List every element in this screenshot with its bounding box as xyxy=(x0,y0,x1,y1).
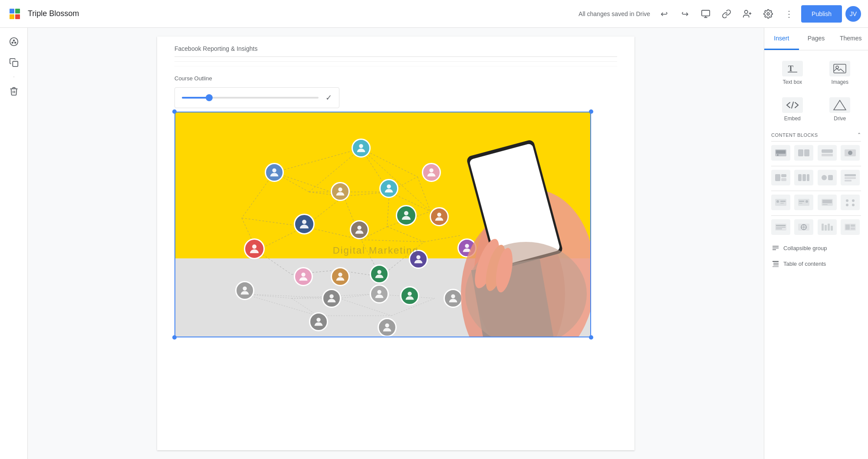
svg-rect-119 xyxy=(799,201,804,202)
slider-fill xyxy=(182,97,209,99)
svg-rect-0 xyxy=(10,9,14,13)
more-options-button[interactable]: ⋮ xyxy=(780,5,798,23)
redo-button[interactable]: ↪ xyxy=(676,5,694,23)
content-block-3-1[interactable] xyxy=(771,195,790,210)
separator-1 xyxy=(771,141,861,142)
sidebar-item-drive[interactable]: Drive xyxy=(819,94,861,125)
svg-rect-1 xyxy=(15,9,20,13)
svg-rect-102 xyxy=(775,174,780,181)
watermark-text: Digital Marketing xyxy=(333,245,419,256)
avatar-node-10 xyxy=(244,238,265,259)
content-block-4-1[interactable] xyxy=(771,219,790,235)
resize-handle-tr[interactable] xyxy=(589,109,593,114)
svg-rect-103 xyxy=(781,174,786,177)
avatar-node-1 xyxy=(352,139,371,158)
avatar-node-16 xyxy=(400,286,419,305)
undo-button[interactable]: ↩ xyxy=(655,5,673,23)
svg-rect-142 xyxy=(851,225,855,227)
svg-rect-106 xyxy=(802,174,806,181)
check-icon: ✓ xyxy=(326,93,332,102)
left-sidebar xyxy=(0,28,28,459)
collapsible-group-item[interactable]: Collapsible group xyxy=(771,240,861,256)
svg-rect-139 xyxy=(831,226,833,231)
sidebar-item-embed[interactable]: Embed xyxy=(771,94,814,125)
content-block-2-2[interactable] xyxy=(794,170,813,185)
content-block-4-2[interactable] xyxy=(794,219,813,235)
avatar-node-3 xyxy=(331,182,350,201)
copy-icon[interactable] xyxy=(5,54,23,71)
right-sidebar: Insert Pages Themes T Text box xyxy=(764,28,868,459)
svg-point-95 xyxy=(777,154,779,156)
content-block-2-3[interactable] xyxy=(818,170,837,185)
tab-insert[interactable]: Insert xyxy=(764,28,799,50)
collapse-icon[interactable]: ⌃ xyxy=(857,132,861,138)
separator-3 xyxy=(771,191,861,191)
svg-marker-92 xyxy=(834,100,846,110)
images-label: Images xyxy=(832,79,848,85)
content-blocks-header: CONTENT BLOCKS ⌃ xyxy=(771,132,861,138)
resize-handle-br[interactable] xyxy=(589,335,593,340)
user-avatar[interactable]: JV xyxy=(845,6,861,22)
add-collaborators-button[interactable] xyxy=(739,5,756,23)
resize-handle-bl[interactable] xyxy=(172,335,177,340)
separator-2 xyxy=(771,166,861,166)
drive-label: Drive xyxy=(834,116,846,122)
content-block-1-3[interactable] xyxy=(818,145,837,161)
avatar-node-6 xyxy=(294,214,315,234)
svg-rect-105 xyxy=(798,174,802,181)
content-block-4-3[interactable] xyxy=(818,219,837,235)
save-status: All changes saved in Drive xyxy=(579,10,650,17)
palette-icon[interactable] xyxy=(5,33,23,50)
svg-point-90 xyxy=(836,66,838,69)
insert-panel: T Text box Images xyxy=(764,50,868,278)
svg-point-65 xyxy=(252,244,256,249)
svg-rect-109 xyxy=(828,175,833,180)
main-content: Facebook Reporting & Insights Course Out… xyxy=(0,28,868,459)
settings-button[interactable] xyxy=(760,5,777,23)
svg-rect-104 xyxy=(781,178,786,181)
svg-point-108 xyxy=(822,175,827,180)
canvas-page: Facebook Reporting & Insights Course Out… xyxy=(157,36,635,450)
svg-rect-137 xyxy=(825,225,827,231)
content-block-3-4[interactable] xyxy=(841,195,860,210)
svg-point-114 xyxy=(776,200,779,203)
textbox-label: Text box xyxy=(783,79,802,85)
table-of-contents-label: Table of contents xyxy=(783,261,826,267)
svg-point-12 xyxy=(13,40,14,41)
publish-button[interactable]: Publish xyxy=(801,5,842,23)
tab-themes[interactable]: Themes xyxy=(833,28,868,50)
svg-rect-2 xyxy=(10,14,14,19)
svg-point-57 xyxy=(272,168,276,172)
sidebar-tabs: Insert Pages Themes xyxy=(764,28,868,50)
svg-rect-141 xyxy=(845,225,850,230)
content-block-2-4[interactable] xyxy=(841,170,860,185)
trash-icon[interactable] xyxy=(5,83,23,100)
image-selection-container[interactable]: Digital Marketing xyxy=(174,112,591,337)
content-block-3-2[interactable] xyxy=(794,195,813,210)
content-block-1-2[interactable] xyxy=(794,145,813,161)
content-block-3-3[interactable] xyxy=(818,195,837,210)
slider-thumb[interactable] xyxy=(206,94,213,101)
content-block-2-1[interactable] xyxy=(771,170,790,185)
svg-point-124 xyxy=(846,199,848,202)
sidebar-item-textbox[interactable]: T Text box xyxy=(771,57,814,89)
gray-node-5 xyxy=(309,312,328,331)
drive-icon xyxy=(829,97,850,113)
avatar-node-7 xyxy=(396,205,417,226)
sidebar-item-images[interactable]: Images xyxy=(819,57,861,89)
resize-handle-tl[interactable] xyxy=(172,109,177,114)
content-blocks-row-4 xyxy=(771,219,861,235)
svg-rect-94 xyxy=(776,150,786,154)
svg-point-69 xyxy=(377,270,381,274)
svg-point-77 xyxy=(385,324,389,327)
content-block-1-4[interactable] xyxy=(841,145,860,161)
tab-pages[interactable]: Pages xyxy=(799,28,834,50)
table-of-contents-item[interactable]: Table of contents xyxy=(771,256,861,271)
content-block-1-1[interactable] xyxy=(771,145,790,161)
content-block-4-4[interactable] xyxy=(841,219,860,235)
slider-track[interactable] xyxy=(182,97,319,99)
content-blocks-label: CONTENT BLOCKS xyxy=(771,132,818,138)
preview-button[interactable] xyxy=(697,5,714,23)
svg-rect-122 xyxy=(822,200,832,203)
link-button[interactable] xyxy=(718,5,735,23)
